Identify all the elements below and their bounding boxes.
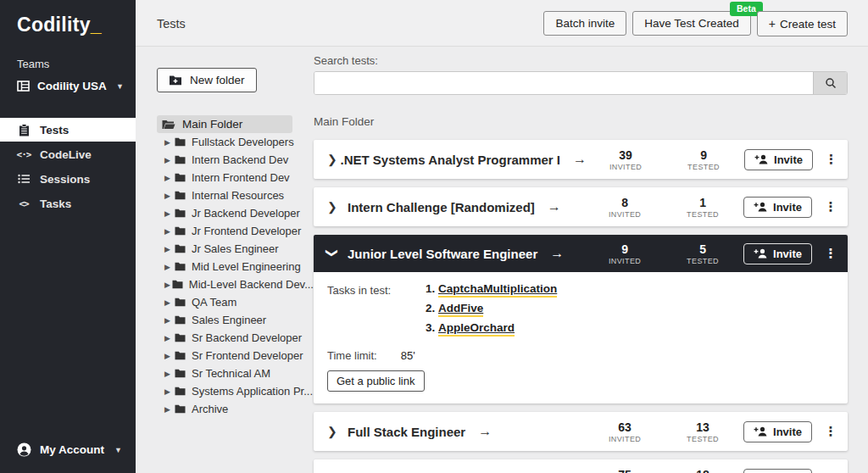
folder-tree-item[interactable]: ▶ Sales Engineer [157,311,314,329]
test-card: ❯ Full Stack Engineer → 63 INVITED 13 TE… [314,412,848,451]
tested-label: TESTED [664,210,742,219]
invited-label: INVITED [586,435,664,443]
new-folder-button[interactable]: New folder [157,68,257,92]
kebab-menu-icon[interactable]: ⋮ [824,199,837,214]
test-stats: 63 INVITED 13 TESTED [586,420,742,443]
caret-right-icon: ▶ [164,263,175,271]
folder-tree-item[interactable]: ▶ Sr Technical AM [157,364,314,382]
folder-icon [175,404,186,414]
folder-label: Jr Sales Engineer [192,242,279,255]
test-stats: 75 INVITED 18 TESTED [586,468,742,473]
create-test-button[interactable]: +Create test [757,11,848,36]
new-folder-label: New folder [190,74,245,86]
tested-count: 18 [664,468,742,473]
task-link[interactable]: CaptchaMultiplication [438,282,557,298]
folder-tree-item[interactable]: ▶ Fullstack Developers [157,133,314,151]
open-test-arrow-icon[interactable]: → [478,424,492,439]
my-account-label: My Account [40,443,104,456]
stat-tested: 1 TESTED [664,196,742,219]
my-account[interactable]: My Account ▼ [0,437,136,462]
open-test-arrow-icon[interactable]: → [573,152,587,167]
logo-underscore: _ [91,14,102,36]
caret-right-icon: ▶ [164,174,175,182]
get-public-link-button[interactable]: Get a public link [327,370,425,392]
test-card: ❯ Intern Challenge [Randomized] → 8 INVI… [314,187,848,226]
expand-chevron-icon[interactable]: ❯ [327,153,340,166]
task-link[interactable]: AppleOrchard [438,321,515,337]
kebab-menu-icon[interactable]: ⋮ [825,152,837,167]
main-content: Search tests: Main Folder ❯ .NET Systems… [314,47,848,473]
folder-tree-item[interactable]: ▶ Mid Level Engineering [157,258,314,275]
folder-tree-item[interactable]: ▶ Jr Backend Developer [157,204,314,222]
folder-tree-item[interactable]: ▶ Jr Frontend Developer [157,222,314,240]
sidebar-item-tasks[interactable]: <> Tasks [0,192,136,215]
invite-label: Invite [773,426,802,438]
folder-tree-item[interactable]: ▶ QA Team [157,293,314,311]
kebab-menu-icon[interactable]: ⋮ [824,424,837,439]
folder-tree-item[interactable]: ▶ Intern Frontend Dev [157,169,314,186]
batch-invite-button[interactable]: Batch invite [543,11,626,36]
folder-label: Sales Engineer [192,314,266,326]
sidebar-item-sessions[interactable]: Sessions [0,167,136,191]
test-title[interactable]: Intern Challenge [Randomized] [348,200,535,214]
create-test-label: Create test [780,18,836,31]
folder-tree-item[interactable]: ▶ Sr Frontend Developer [157,347,314,364]
sidebar-item-codelive[interactable]: <·> CodeLive [0,142,136,166]
test-list: ❯ .NET Systems Analyst Programmer I → 39… [314,140,848,473]
invite-label: Invite [773,248,802,260]
test-title[interactable]: Full Stack Engineer [348,425,465,439]
stat-tested: 5 TESTED [664,242,742,265]
folder-icon [175,191,186,200]
test-card-details: Tasks in test: CaptchaMultiplication Add… [314,272,848,403]
folder-tree-item[interactable]: ▶ Jr Sales Engineer [157,240,314,258]
task-list-item: AppleOrchard [438,321,557,334]
stat-invited: 8 INVITED [586,196,664,219]
folder-tree-item[interactable]: ▶ Sr Backend Developer [157,329,314,347]
test-title[interactable]: .NET Systems Analyst Programmer I [340,153,560,167]
search-button[interactable] [813,72,847,94]
expand-chevron-icon[interactable]: ❯ [326,248,339,262]
caret-right-icon: ▶ [164,156,175,164]
team-selector[interactable]: Codility USA ▼ [17,80,124,92]
expand-chevron-icon[interactable]: ❯ [327,200,348,214]
caret-right-icon: ▶ [164,281,172,289]
invite-button[interactable]: Invite [743,421,812,442]
test-title[interactable]: Junior Level Software Engineer [348,247,537,261]
folder-tree-item[interactable]: ▶ Intern Backend Dev [157,151,314,169]
folder-plus-icon [169,75,182,86]
invite-button[interactable]: Invite [744,149,813,170]
folder-tree-item[interactable]: ▶ Mid-Level Backend Dev... [157,275,314,293]
person-add-icon [754,202,767,212]
caret-right-icon: ▶ [164,334,175,342]
search-bar [314,71,848,95]
invite-button[interactable]: Invite [743,469,812,473]
search-input[interactable] [314,72,813,94]
search-label: Search tests: [314,54,848,67]
invited-count: 8 [586,196,664,209]
list-icon [17,174,31,184]
folder-list: ▶ Fullstack Developers ▶ Intern Backend … [157,133,314,418]
folder-label: Archive [192,403,228,415]
folder-icon [175,387,186,396]
folder-label: Mid Level Engineering [192,260,301,273]
folder-main-folder[interactable]: Main Folder [157,115,292,133]
folder-icon [175,315,186,325]
folder-label: Intern Backend Dev [192,153,288,166]
folder-label: Jr Backend Developer [192,207,300,220]
stat-invited: 39 INVITED [587,148,665,171]
kebab-menu-icon[interactable]: ⋮ [824,246,837,261]
open-test-arrow-icon[interactable]: → [550,246,564,261]
folder-tree-item[interactable]: ▶ Archive [157,400,314,418]
sidebar-item-tests[interactable]: Tests [0,118,136,142]
invite-button[interactable]: Invite [743,243,812,264]
invite-label: Invite [774,153,803,166]
invite-button[interactable]: Invite [743,197,812,218]
folder-tree-item[interactable]: ▶ Internal Resources [157,186,314,204]
folder-tree-item[interactable]: ▶ Systems Application Pr... [157,382,314,400]
expand-chevron-icon[interactable]: ❯ [327,425,348,438]
task-link[interactable]: AddFive [438,302,483,317]
open-test-arrow-icon[interactable]: → [548,199,561,214]
folder-label: Fullstack Developers [192,136,294,148]
test-card-header: ❯ Junior Level Software Engineer → 9 INV… [314,235,848,272]
invited-label: INVITED [586,210,664,219]
